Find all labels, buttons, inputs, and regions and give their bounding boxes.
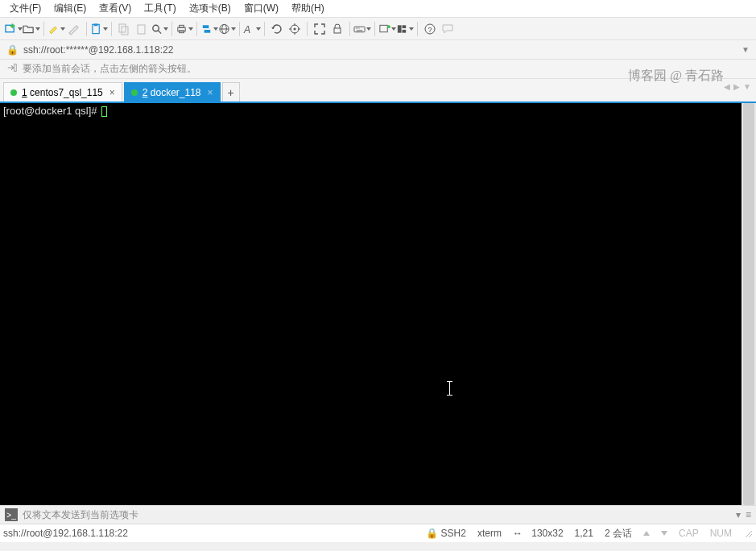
toolbar: A ? — [0, 18, 756, 40]
svg-point-18 — [294, 27, 296, 30]
scrollbar-thumb[interactable] — [743, 103, 754, 505]
toolbar-separator — [171, 22, 172, 36]
status-protocol: 🔒SSH2 — [426, 528, 466, 539]
print-button[interactable] — [176, 20, 193, 38]
target-button[interactable] — [286, 20, 304, 38]
layout-button[interactable] — [396, 20, 414, 38]
edit-button[interactable] — [65, 20, 83, 38]
tab-label: centos7_qsl_115 — [30, 87, 103, 98]
svg-rect-24 — [354, 27, 365, 32]
paste-button[interactable] — [90, 20, 108, 38]
menu-window[interactable]: 窗口(W) — [238, 0, 285, 17]
menu-edit[interactable]: 编辑(E) — [48, 0, 93, 17]
terminal-container: [root@docker1 qsl]# — [0, 102, 756, 505]
svg-rect-34 — [403, 29, 407, 32]
status-num: NUM — [710, 528, 732, 539]
toolbar-separator — [307, 22, 308, 36]
new-session-button[interactable] — [5, 20, 23, 38]
status-dot-icon — [10, 89, 17, 96]
tab-close-icon[interactable]: × — [109, 87, 115, 98]
status-resize-grip-icon[interactable] — [743, 528, 753, 538]
terminal-prompt: [root@docker1 qsl]# — [3, 105, 100, 117]
lock-button[interactable] — [328, 20, 346, 38]
size-icon: ↔ — [513, 528, 523, 539]
lock-icon: 🔒 — [426, 528, 438, 539]
svg-text:A: A — [243, 23, 250, 35]
open-button[interactable] — [23, 20, 40, 38]
toolbar-separator — [86, 22, 87, 36]
status-term-type: xterm — [477, 528, 502, 539]
tab-centos7[interactable]: 1 centos7_qsl_115 × — [3, 82, 122, 102]
toolbar-separator — [43, 22, 44, 36]
svg-rect-7 — [138, 25, 145, 34]
highlight-button[interactable] — [48, 20, 65, 38]
status-bar: ssh://root@192.168.1.118:22 🔒SSH2 xterm … — [0, 524, 756, 542]
tab-add-button[interactable]: + — [222, 82, 240, 102]
status-download-icon — [661, 531, 667, 536]
address-bar[interactable]: 🔒 ssh://root:******@192.168.1.118:22 ▼ — [0, 40, 756, 60]
tab-label: docker_118 — [151, 87, 201, 98]
svg-line-38 — [746, 531, 752, 537]
send-placeholder[interactable]: 仅将文本发送到当前选项卡 — [23, 508, 138, 522]
send-menu-icon[interactable]: ≡ — [746, 509, 751, 520]
fullscreen-button[interactable] — [311, 20, 328, 38]
transfer-button[interactable] — [200, 20, 218, 38]
status-upload-icon — [643, 531, 650, 536]
svg-text:?: ? — [428, 26, 432, 34]
vertical-scrollbar[interactable] — [742, 103, 756, 505]
tab-area: 博客园 @ 青石路 ◀ ▶ ▼ 1 centos7_qsl_115 × 2 do… — [0, 79, 756, 102]
menu-bar: 文件(F) 编辑(E) 查看(V) 工具(T) 选项卡(B) 窗口(W) 帮助(… — [0, 0, 756, 18]
toolbar-separator — [349, 22, 350, 36]
globe-button[interactable] — [218, 20, 236, 38]
tab-prev-icon[interactable]: ◀ — [724, 82, 730, 91]
hint-bar: 要添加当前会话，点击左侧的箭头按钮。 — [0, 60, 756, 79]
menu-help[interactable]: 帮助(H) — [285, 0, 331, 17]
font-button[interactable]: A — [243, 20, 261, 38]
svg-rect-11 — [180, 25, 184, 27]
text-caret-icon — [449, 381, 450, 396]
tab-number: 2 — [143, 87, 148, 98]
tab-number: 1 — [22, 87, 27, 98]
address-dropdown-icon[interactable]: ▼ — [742, 45, 750, 54]
menu-file[interactable]: 文件(F) — [3, 0, 48, 17]
menu-tabs[interactable]: 选项卡(B) — [183, 0, 238, 17]
svg-rect-32 — [398, 25, 402, 32]
svg-rect-5 — [119, 24, 126, 32]
toolbar-separator — [264, 22, 265, 36]
terminal[interactable]: [root@docker1 qsl]# — [0, 103, 742, 505]
chat-button[interactable] — [439, 20, 456, 38]
paste-clipboard-button[interactable] — [133, 20, 151, 38]
tab-list-dropdown-icon[interactable]: ▼ — [743, 82, 751, 91]
bookmark-arrow-icon[interactable] — [6, 62, 18, 76]
svg-rect-6 — [122, 27, 128, 35]
help-button[interactable]: ? — [421, 20, 439, 38]
refresh-button[interactable] — [268, 20, 286, 38]
keyboard-button[interactable] — [353, 20, 371, 38]
send-icon: >_ — [5, 508, 18, 521]
tab-nav-arrows[interactable]: ◀ ▶ ▼ — [724, 82, 751, 91]
hint-text: 要添加当前会话，点击左侧的箭头按钮。 — [23, 62, 196, 76]
tab-strip: 1 centos7_qsl_115 × 2 docker_118 × + — [0, 79, 756, 102]
tab-next-icon[interactable]: ▶ — [733, 82, 740, 91]
svg-rect-4 — [94, 23, 98, 26]
new-window-button[interactable] — [378, 20, 396, 38]
status-connection: ssh://root@192.168.1.118:22 — [3, 528, 128, 539]
status-cursor-pos: 1,21 — [575, 528, 593, 539]
svg-line-9 — [158, 30, 161, 33]
send-command-bar[interactable]: >_ 仅将文本发送到当前选项卡 ▾ ≡ — [0, 505, 756, 524]
copy-button[interactable] — [115, 20, 133, 38]
toolbar-separator — [111, 22, 112, 36]
terminal-cursor — [101, 106, 107, 117]
send-dropdown-icon[interactable]: ▾ — [736, 509, 741, 520]
menu-tools[interactable]: 工具(T) — [138, 0, 182, 17]
find-button[interactable] — [151, 20, 168, 38]
svg-rect-29 — [380, 25, 387, 31]
menu-view[interactable]: 查看(V) — [93, 0, 138, 17]
svg-rect-23 — [334, 28, 341, 33]
tab-close-icon[interactable]: × — [208, 87, 213, 98]
svg-point-8 — [153, 25, 159, 31]
tab-docker118[interactable]: 2 docker_118 × — [124, 82, 221, 102]
address-text[interactable]: ssh://root:******@192.168.1.118:22 — [23, 44, 742, 56]
toolbar-separator — [417, 22, 418, 36]
svg-line-39 — [749, 534, 752, 537]
